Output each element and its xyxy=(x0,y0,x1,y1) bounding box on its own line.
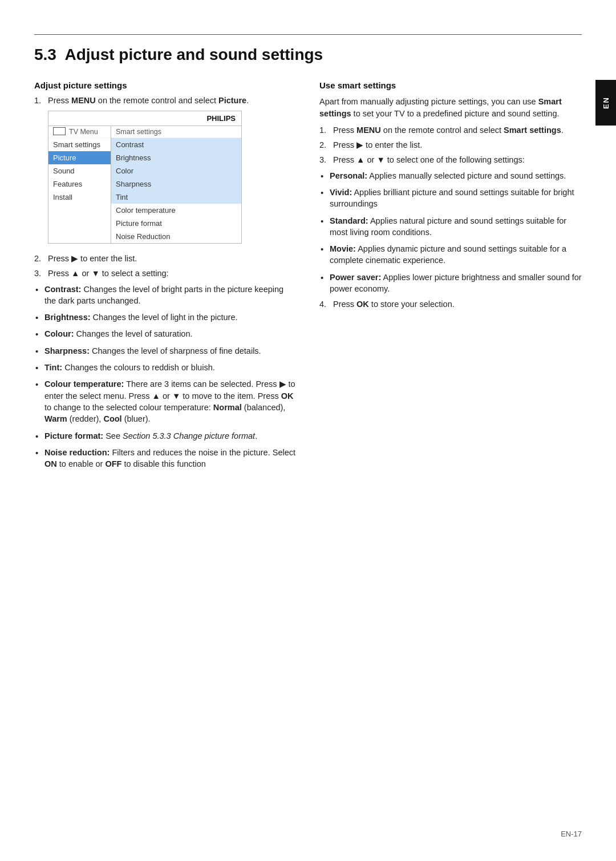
step2: 2. Press ▶ to enter the list. xyxy=(34,254,297,263)
use-smart-settings-heading: Use smart settings xyxy=(319,80,582,90)
step2-text: Press ▶ to enter the list. xyxy=(48,254,137,263)
page-number: EN-17 xyxy=(561,830,582,838)
step1-menu-bold: MENU xyxy=(71,96,96,105)
tv-menu-brightness[interactable]: Brightness xyxy=(111,151,241,164)
left-column: Adjust picture settings 1. Press MENU on… xyxy=(34,80,297,475)
bullet-colour: Colour: Changes the level of saturation. xyxy=(34,328,297,339)
top-divider xyxy=(34,34,582,35)
en-tab-label: EN xyxy=(602,96,610,109)
bullet-power-saver: Power saver: Applies lower picture brigh… xyxy=(319,272,582,295)
right-step3: 3. Press ▲ or ▼ to select one of the fol… xyxy=(319,155,582,164)
tv-menu-left: TV Menu Smart settings Picture Sound Fea… xyxy=(48,126,111,243)
philips-logo: PHILIPS xyxy=(206,114,236,123)
step3: 3. Press ▲ or ▼ to select a setting: xyxy=(34,269,297,278)
tv-menu-color-temp[interactable]: Color temperature xyxy=(111,204,241,217)
right-step2-text: Press ▶ to enter the list. xyxy=(333,140,422,149)
step3-number: 3. xyxy=(34,269,44,278)
right-step2-number: 2. xyxy=(319,140,330,149)
tv-menu-color[interactable]: Color xyxy=(111,164,241,177)
tv-icon xyxy=(53,127,66,135)
bullet-movie: Movie: Applies dynamic picture and sound… xyxy=(319,243,582,266)
step1-number: 1. xyxy=(34,96,44,105)
step1: 1. Press MENU on the remote control and … xyxy=(34,96,297,105)
bullet-brightness: Brightness: Changes the level of light i… xyxy=(34,312,297,323)
tv-menu-smart-settings[interactable]: Smart settings xyxy=(48,138,111,151)
bullet-picture-format: Picture format: See Section 5.3.3 Change… xyxy=(34,430,297,442)
tv-menu-picture-format[interactable]: Picture format xyxy=(111,217,241,230)
smart-settings-intro: Apart from manually adjusting picture se… xyxy=(319,96,582,120)
step1-picture-bold: Picture xyxy=(218,96,246,105)
bullet-vivid: Vivid: Applies brilliant picture and sou… xyxy=(319,187,582,210)
tv-menu-picture[interactable]: Picture xyxy=(48,151,111,164)
tv-menu-left-header: TV Menu xyxy=(48,126,111,138)
right-step2: 2. Press ▶ to enter the list. xyxy=(319,140,582,149)
tv-menu-right-header-text: Smart settings xyxy=(116,128,161,136)
step1-text: Press MENU on the remote control and sel… xyxy=(48,96,249,105)
step3-text: Press ▲ or ▼ to select a setting: xyxy=(48,269,169,278)
two-col-layout: Adjust picture settings 1. Press MENU on… xyxy=(34,80,582,475)
bullet-contrast: Contrast: Changes the level of bright pa… xyxy=(34,284,297,307)
right-step3-number: 3. xyxy=(319,155,330,164)
right-column: Use smart settings Apart from manually a… xyxy=(319,80,582,475)
right-step1-number: 1. xyxy=(319,126,330,135)
settings-bullet-list: Contrast: Changes the level of bright pa… xyxy=(34,284,297,442)
noise-reduction-list: Noise reduction: Filters and reduces the… xyxy=(34,447,297,470)
tv-menu-sound[interactable]: Sound xyxy=(48,164,111,177)
bullet-standard: Standard: Applies natural picture and so… xyxy=(319,215,582,239)
tv-menu-right: Smart settings Contrast Brightness Color… xyxy=(111,126,241,243)
tv-menu-features[interactable]: Features xyxy=(48,177,111,191)
tv-menu-columns: TV Menu Smart settings Picture Sound Fea… xyxy=(48,126,241,243)
bullet-noise-reduction: Noise reduction: Filters and reduces the… xyxy=(34,447,297,470)
page-container: EN 5.3 Adjust picture and sound settings… xyxy=(0,0,616,861)
en-tab: EN xyxy=(595,80,616,126)
bullet-tint: Tint: Changes the colours to reddish or … xyxy=(34,362,297,373)
bullet-colour-temp: Colour temperature: There are 3 items ca… xyxy=(34,378,297,425)
right-step1-text: Press MENU on the remote control and sel… xyxy=(333,126,564,135)
step2-number: 2. xyxy=(34,254,44,263)
bullet-sharpness: Sharpness: Changes the level of sharpnes… xyxy=(34,345,297,357)
tv-menu-contrast[interactable]: Contrast xyxy=(111,138,241,151)
tv-menu-left-header-text: TV Menu xyxy=(69,128,98,136)
right-step3-text: Press ▲ or ▼ to select one of the follow… xyxy=(333,155,525,164)
adjust-picture-heading: Adjust picture settings xyxy=(34,80,297,90)
tv-menu-box: PHILIPS TV Menu Smart settings Picture S… xyxy=(48,111,242,244)
right-step1: 1. Press MENU on the remote control and … xyxy=(319,126,582,135)
tv-menu-right-header: Smart settings xyxy=(111,126,241,138)
tv-menu-header: PHILIPS xyxy=(48,111,241,126)
tv-menu-install[interactable]: Install xyxy=(48,191,111,204)
right-step4: 4. Press OK to store your selection. xyxy=(319,300,582,309)
section-title: 5.3 Adjust picture and sound settings xyxy=(34,45,582,64)
smart-settings-bullet-list: Personal: Applies manually selected pict… xyxy=(319,170,582,295)
right-step4-number: 4. xyxy=(319,300,330,309)
tv-menu-noise-reduction[interactable]: Noise Reduction xyxy=(111,230,241,243)
tv-menu-tint[interactable]: Tint xyxy=(111,191,241,204)
bullet-personal: Personal: Applies manually selected pict… xyxy=(319,170,582,181)
tv-menu-sharpness[interactable]: Sharpness xyxy=(111,177,241,191)
right-step4-text: Press OK to store your selection. xyxy=(333,300,455,309)
